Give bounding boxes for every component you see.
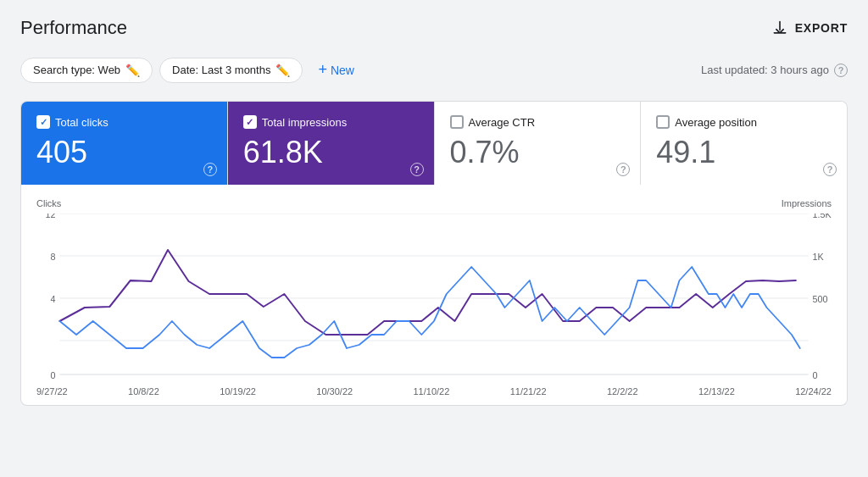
svg-text:1.5K: 1.5K (812, 214, 832, 219)
impressions-help-icon[interactable]: ? (410, 163, 424, 176)
x-label-3: 10/30/22 (316, 386, 353, 397)
position-checkbox[interactable] (656, 115, 670, 129)
impressions-checkbox[interactable]: ✓ (243, 115, 257, 129)
clicks-label: Total clicks (55, 116, 108, 129)
x-label-0: 9/27/22 (36, 386, 68, 397)
x-label-8: 12/24/22 (795, 386, 832, 397)
metrics-row: ✓ Total clicks 405 ? ✓ Total impressions… (20, 101, 848, 185)
clicks-value: 405 (36, 136, 212, 169)
svg-text:4: 4 (51, 293, 56, 303)
export-button[interactable]: EXPORT (771, 19, 848, 36)
ctr-label: Average CTR (469, 116, 536, 129)
chart-area: 12 8 4 0 1.5K 1K 500 0 (35, 214, 833, 383)
chart-container: Clicks Impressions 12 8 4 0 1.5K 1K 500 (20, 185, 848, 406)
toolbar: Search type: Web ✏️ Date: Last 3 months … (20, 56, 848, 84)
svg-text:8: 8 (51, 251, 56, 261)
date-filter[interactable]: Date: Last 3 months ✏️ (159, 58, 303, 83)
x-label-2: 10/19/22 (220, 386, 256, 397)
clicks-help-icon[interactable]: ? (203, 163, 217, 176)
metric-card-position[interactable]: Average position 49.1 ? (641, 102, 847, 185)
x-label-6: 12/2/22 (607, 386, 638, 397)
new-button[interactable]: + New (309, 56, 363, 84)
search-type-filter[interactable]: Search type: Web ✏️ (20, 58, 153, 83)
last-updated: Last updated: 3 hours ago ? (701, 64, 848, 77)
chart-svg: 12 8 4 0 1.5K 1K 500 0 (35, 214, 833, 383)
svg-text:1K: 1K (812, 251, 824, 261)
impressions-value: 61.8K (243, 136, 419, 169)
export-icon (771, 19, 788, 36)
edit-icon-date: ✏️ (275, 64, 290, 77)
position-help-icon[interactable]: ? (823, 163, 837, 176)
clicks-checkbox[interactable]: ✓ (36, 115, 50, 129)
plus-icon: + (318, 61, 327, 79)
position-label: Average position (675, 116, 757, 129)
x-label-5: 11/21/22 (510, 386, 547, 397)
svg-text:0: 0 (51, 369, 56, 380)
header: Performance EXPORT (20, 17, 848, 39)
svg-text:12: 12 (46, 214, 56, 219)
metric-card-ctr[interactable]: Average CTR 0.7% ? (435, 102, 642, 185)
metric-card-clicks[interactable]: ✓ Total clicks 405 ? (21, 102, 228, 185)
svg-text:500: 500 (812, 293, 827, 303)
impressions-label: Total impressions (262, 116, 347, 129)
x-label-7: 12/13/22 (698, 386, 735, 397)
x-label-4: 11/10/22 (414, 386, 450, 397)
x-label-1: 10/8/22 (128, 386, 159, 397)
edit-icon: ✏️ (125, 64, 140, 77)
chart-axis-labels-top: Clicks Impressions (35, 198, 833, 208)
last-updated-help-icon[interactable]: ? (834, 64, 848, 77)
metric-card-impressions[interactable]: ✓ Total impressions 61.8K ? (228, 102, 435, 185)
page-title: Performance (20, 17, 127, 39)
position-value: 49.1 (656, 136, 832, 169)
chart-x-labels: 9/27/22 10/8/22 10/19/22 10/30/22 11/10/… (35, 386, 833, 397)
svg-text:0: 0 (812, 369, 817, 380)
ctr-help-icon[interactable]: ? (616, 163, 630, 176)
ctr-value: 0.7% (450, 136, 626, 169)
ctr-checkbox[interactable] (450, 115, 464, 129)
